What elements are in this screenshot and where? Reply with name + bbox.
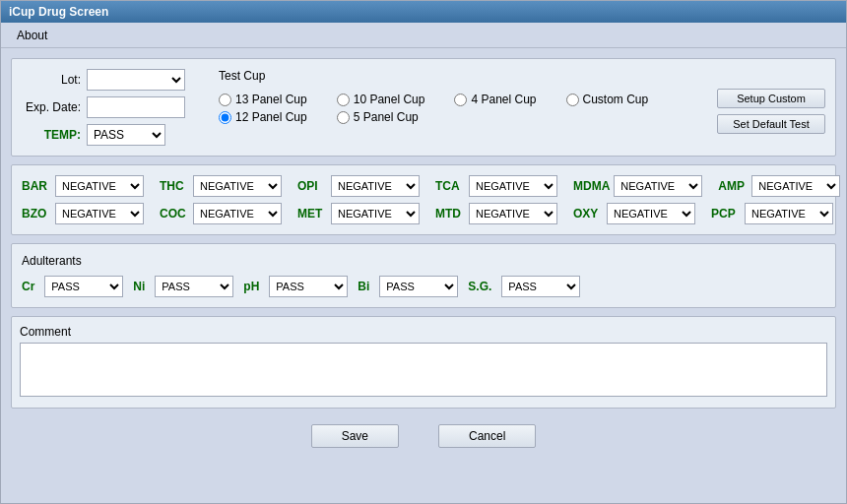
adult-ni-label: Ni (133, 280, 145, 293)
radio-13panel-label: 13 Panel Cup (235, 93, 307, 106)
test-cup-options: 13 Panel Cup 10 Panel Cup 4 Panel Cup (219, 93, 697, 124)
test-cup-title: Test Cup (219, 69, 697, 83)
adult-bi-label: Bi (358, 280, 369, 293)
radio-4panel: 4 Panel Cup (454, 93, 536, 106)
drug-bzo-select[interactable]: NEGATIVEPOSITIVEINVALID (55, 203, 144, 224)
drug-tca-label: TCA (435, 179, 465, 193)
radio-13panel-input[interactable] (219, 94, 231, 106)
drug-grid: BAR NEGATIVEPOSITIVEINVALID THC NEGATIVE… (22, 175, 825, 224)
comment-section: Comment (11, 316, 836, 409)
drug-pcp-label: PCP (711, 207, 741, 220)
drug-thc-label: THC (160, 179, 189, 193)
adult-ph-select[interactable]: PASSFAIL (269, 276, 348, 297)
adult-ni-select[interactable]: PASSFAIL (155, 276, 233, 297)
adult-bi-select[interactable]: PASSFAIL (379, 276, 458, 297)
drug-bzo-label: BZO (22, 207, 51, 220)
test-cup-section: Test Cup 13 Panel Cup 10 Panel Cup (219, 69, 697, 146)
adulterants-section: Adulterants Cr PASSFAIL Ni PASSFAIL pH P… (11, 243, 836, 308)
comment-label: Comment (20, 325, 827, 339)
drug-mtd-label: MTD (435, 207, 465, 220)
radio-10panel-label: 10 Panel Cup (354, 93, 425, 106)
radio-row-2: 12 Panel Cup 5 Panel Cup (219, 110, 697, 124)
drug-amp-select[interactable]: NEGATIVEPOSITIVEINVALID (751, 175, 840, 197)
drug-bar: BAR NEGATIVEPOSITIVEINVALID (22, 175, 144, 197)
drug-mtd: MTD NEGATIVEPOSITIVEINVALID (435, 203, 557, 224)
adulterants-row: Cr PASSFAIL Ni PASSFAIL pH PASSFAIL Bi P… (22, 276, 825, 297)
drug-tca: TCA NEGATIVEPOSITIVEINVALID (435, 175, 557, 197)
temp-select[interactable]: PASS FAIL (87, 124, 165, 146)
drug-thc: THC NEGATIVEPOSITIVEINVALID (160, 175, 282, 197)
test-cup-buttons: Setup Custom Set Default Test (717, 69, 825, 146)
adult-cr-select[interactable]: PASSFAIL (44, 276, 123, 297)
adult-sg-select[interactable]: PASSFAIL (501, 276, 580, 297)
drug-oxy-select[interactable]: NEGATIVEPOSITIVEINVALID (607, 203, 695, 224)
main-content: Lot: Exp. Date: TEMP: PASS FAIL (1, 48, 846, 503)
drug-bar-label: BAR (22, 179, 51, 193)
drug-amp: AMP NEGATIVEPOSITIVEINVALID (718, 175, 840, 197)
lot-exp-section: Lot: Exp. Date: TEMP: PASS FAIL (22, 69, 199, 146)
drug-opi-select[interactable]: NEGATIVEPOSITIVEINVALID (331, 175, 420, 197)
temp-label: TEMP: (22, 128, 81, 142)
adult-ph-label: pH (243, 280, 259, 293)
radio-4panel-input[interactable] (454, 94, 467, 106)
radio-10panel: 10 Panel Cup (337, 93, 425, 106)
radio-13panel: 13 Panel Cup (219, 93, 307, 106)
exp-date-input[interactable] (87, 96, 185, 118)
setup-custom-button[interactable]: Setup Custom (717, 89, 825, 108)
drug-thc-select[interactable]: NEGATIVEPOSITIVEINVALID (193, 175, 282, 197)
lot-select[interactable] (87, 69, 185, 91)
drug-coc-label: COC (160, 207, 189, 220)
radio-custom: Custom Cup (566, 93, 649, 106)
drug-pcp-select[interactable]: NEGATIVEPOSITIVEINVALID (745, 203, 833, 224)
bottom-buttons: Save Cancel (11, 416, 836, 456)
radio-5panel: 5 Panel Cup (337, 110, 419, 124)
drug-pcp: PCP NEGATIVEPOSITIVEINVALID (711, 203, 833, 224)
exp-date-row: Exp. Date: (22, 96, 199, 118)
window-title: iCup Drug Screen (9, 5, 108, 19)
drug-tca-select[interactable]: NEGATIVEPOSITIVEINVALID (469, 175, 557, 197)
radio-10panel-input[interactable] (337, 94, 350, 106)
lot-label: Lot: (22, 73, 81, 87)
drug-coc-select[interactable]: NEGATIVEPOSITIVEINVALID (193, 203, 282, 224)
radio-4panel-label: 4 Panel Cup (471, 93, 536, 106)
comment-textarea[interactable] (20, 343, 827, 397)
drug-oxy: OXY NEGATIVEPOSITIVEINVALID (573, 203, 695, 224)
drug-mdma-label: MDMA (573, 179, 610, 193)
radio-12panel-input[interactable] (219, 111, 231, 124)
drug-row-1: BAR NEGATIVEPOSITIVEINVALID THC NEGATIVE… (22, 175, 825, 197)
title-bar: iCup Drug Screen (1, 1, 846, 23)
radio-custom-input[interactable] (566, 94, 579, 106)
drug-met-select[interactable]: NEGATIVEPOSITIVEINVALID (331, 203, 420, 224)
set-default-button[interactable]: Set Default Test (717, 114, 825, 134)
drug-mdma-select[interactable]: NEGATIVEPOSITIVEINVALID (614, 175, 702, 197)
radio-custom-label: Custom Cup (583, 93, 649, 106)
drug-oxy-label: OXY (573, 207, 603, 220)
radio-5panel-input[interactable] (337, 111, 350, 124)
drug-mdma: MDMA NEGATIVEPOSITIVEINVALID (573, 175, 702, 197)
radio-5panel-label: 5 Panel Cup (354, 110, 419, 124)
exp-date-label: Exp. Date: (22, 100, 81, 114)
drug-met: MET NEGATIVEPOSITIVEINVALID (297, 203, 420, 224)
save-button[interactable]: Save (311, 424, 399, 448)
drug-section: BAR NEGATIVEPOSITIVEINVALID THC NEGATIVE… (11, 164, 836, 235)
radio-12panel-label: 12 Panel Cup (235, 110, 307, 124)
radio-row-1: 13 Panel Cup 10 Panel Cup 4 Panel Cup (219, 93, 697, 106)
radio-12panel: 12 Panel Cup (219, 110, 307, 124)
menu-about[interactable]: About (11, 27, 53, 44)
menu-bar: About (1, 23, 846, 48)
cancel-button[interactable]: Cancel (438, 424, 536, 448)
drug-coc: COC NEGATIVEPOSITIVEINVALID (160, 203, 282, 224)
drug-met-label: MET (297, 207, 327, 220)
drug-opi-label: OPI (297, 179, 327, 193)
drug-mtd-select[interactable]: NEGATIVEPOSITIVEINVALID (469, 203, 557, 224)
drug-amp-label: AMP (718, 179, 748, 193)
drug-bzo: BZO NEGATIVEPOSITIVEINVALID (22, 203, 144, 224)
drug-bar-select[interactable]: NEGATIVEPOSITIVEINVALID (55, 175, 144, 197)
main-window: iCup Drug Screen About Lot: Exp. Date: T… (0, 0, 847, 504)
lot-row: Lot: (22, 69, 199, 91)
drug-opi: OPI NEGATIVEPOSITIVEINVALID (297, 175, 420, 197)
adult-cr-label: Cr (22, 280, 34, 293)
adulterants-title: Adulterants (22, 254, 825, 268)
adult-sg-label: S.G. (468, 280, 491, 293)
temp-row: TEMP: PASS FAIL (22, 124, 199, 146)
